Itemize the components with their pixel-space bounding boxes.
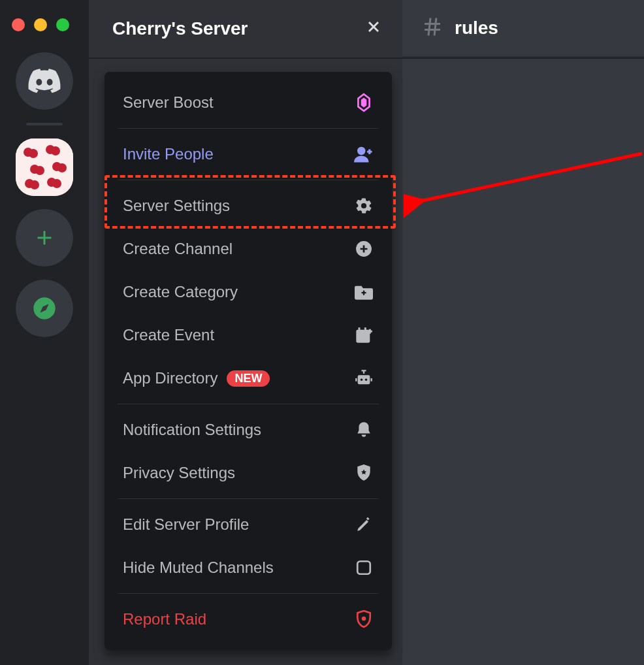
menu-item-privacy-settings[interactable]: Privacy Settings [105,451,392,495]
menu-label: Hide Muted Channels [123,559,274,577]
svg-rect-7 [357,561,370,574]
menu-label: Privacy Settings [123,464,235,482]
shield-star-icon [354,463,374,483]
cherry-server-image [16,138,73,196]
bell-icon [354,420,374,440]
close-menu-button[interactable] [364,17,383,41]
menu-separator [118,128,379,129]
menu-item-app-directory[interactable]: App Directory NEW [105,357,392,400]
boost-gem-icon [354,93,374,112]
menu-label: Notification Settings [123,421,261,439]
explore-servers-button[interactable] [16,280,73,337]
server-icon-cherrys-server[interactable] [16,138,73,196]
checkbox-empty-icon [354,558,374,577]
menu-separator [118,498,379,499]
discord-logo-icon [28,69,61,93]
menu-item-server-boost[interactable]: Server Boost [105,81,392,124]
server-name: Cherry's Server [112,18,248,39]
menu-label: Server Boost [123,93,214,112]
menu-label: Invite People [123,145,214,163]
home-button[interactable] [16,52,73,110]
svg-point-8 [362,617,366,621]
menu-item-invite-people[interactable]: Invite People [105,133,392,176]
close-window-button[interactable] [12,18,25,31]
menu-item-notification-settings[interactable]: Notification Settings [105,408,392,451]
hash-icon [421,15,444,41]
menu-label: Server Settings [123,197,230,215]
minimize-window-button[interactable] [34,18,47,31]
new-badge: NEW [227,370,270,387]
menu-item-create-event[interactable]: Create Event [105,314,392,357]
menu-item-hide-muted-channels[interactable]: Hide Muted Channels [105,546,392,589]
menu-label: Create Channel [123,240,233,258]
chat-panel [402,59,644,665]
pencil-icon [354,515,374,534]
svg-point-1 [357,147,366,155]
svg-point-5 [361,379,363,381]
add-server-button[interactable] [16,209,73,267]
menu-item-create-category[interactable]: Create Category [105,270,392,314]
close-icon [364,18,383,36]
menu-separator [118,593,379,594]
menu-item-edit-server-profile[interactable]: Edit Server Profile [105,503,392,546]
plus-icon [33,226,56,250]
header: Cherry's Server rules [89,0,644,59]
server-header[interactable]: Cherry's Server [89,0,402,57]
svg-point-6 [365,379,368,381]
gear-icon [354,196,374,216]
channel-name: rules [455,18,498,39]
menu-label: Create Category [123,283,238,301]
channel-header: rules [402,0,644,57]
robot-icon [354,368,374,388]
menu-label: Create Event [123,326,214,344]
svg-rect-4 [358,375,370,384]
shield-alert-icon [354,609,374,629]
plus-circle-icon [354,239,374,259]
folder-plus-icon [354,282,374,302]
menu-item-create-channel[interactable]: Create Channel [105,227,392,270]
menu-label: Edit Server Profile [123,515,249,534]
maximize-window-button[interactable] [56,18,69,31]
compass-icon [31,295,57,321]
menu-item-report-raid[interactable]: Report Raid [105,598,392,641]
invite-person-icon [354,144,374,164]
menu-separator [118,180,379,180]
menu-separator [118,404,379,404]
rail-separator [26,123,63,125]
server-dropdown-menu: Server Boost Invite People Server Settin… [105,72,392,650]
menu-label: App Directory [123,369,217,387]
server-rail [0,0,89,665]
window-controls [12,18,69,31]
menu-item-server-settings[interactable]: Server Settings [105,184,392,227]
calendar-plus-icon [354,325,374,345]
menu-label: Report Raid [123,610,206,628]
